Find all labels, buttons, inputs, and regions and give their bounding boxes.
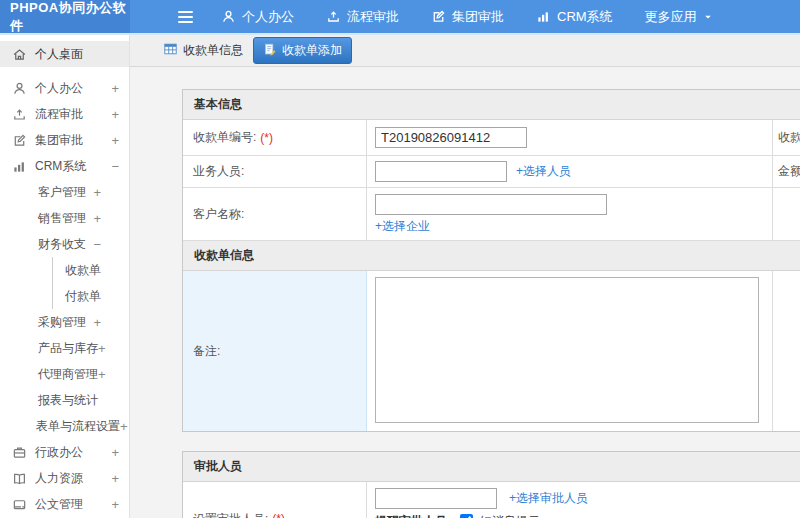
bar-chart-icon — [12, 159, 27, 174]
tab-label: 收款单信息 — [183, 42, 243, 59]
row-approver: 设置审批人员: (*) +选择审批人员 提醒审批人员: 短消息提示 — [183, 482, 800, 518]
briefcase-icon — [12, 445, 27, 460]
expand-icon[interactable]: + — [111, 81, 119, 96]
section-header-basic: 基本信息 — [183, 90, 800, 120]
expand-icon[interactable]: + — [111, 471, 119, 486]
tab-label: 收款单添加 — [282, 42, 342, 59]
select-approver-link[interactable]: +选择审批人员 — [509, 490, 588, 507]
sidebar-item-label: 财务收支 — [38, 236, 86, 253]
sidebar-item-label: 个人桌面 — [35, 46, 83, 63]
add-document-icon — [263, 43, 277, 59]
sidebar-item-finance[interactable]: 财务收支 − — [0, 231, 129, 257]
sidebar-item-label: 产品与库存 — [38, 340, 98, 357]
select-person-link[interactable]: +选择人员 — [516, 163, 571, 180]
sidebar-item-admin-office[interactable]: 行政办公 + — [0, 439, 129, 465]
topnav-label: CRM系统 — [557, 8, 613, 26]
sidebar-item-form-process-settings[interactable]: 表单与流程设置 + — [0, 413, 129, 439]
sidebar-item-product-inventory[interactable]: 产品与库存 + — [0, 335, 129, 361]
sidebar-item-customer-mgmt[interactable]: 客户管理 + — [0, 179, 129, 205]
topnav-label: 更多应用 — [645, 8, 697, 26]
row-receipt-no: 收款单编号: (*) 收款单日期: — [183, 120, 800, 156]
remark-textarea[interactable] — [375, 277, 759, 423]
topnav-label: 个人办公 — [242, 8, 294, 26]
process-icon — [12, 107, 27, 122]
expand-icon[interactable]: + — [111, 497, 119, 512]
receipt-date-label: 收款单日期: — [773, 120, 800, 155]
hamburger-menu-icon[interactable] — [178, 0, 193, 33]
expand-icon[interactable]: + — [111, 133, 119, 148]
salesperson-label: 业务人员: — [183, 156, 367, 187]
sms-remind-checkbox[interactable] — [460, 514, 473, 518]
sidebar-item-process-approval[interactable]: 流程审批 + — [0, 101, 129, 127]
process-icon — [326, 9, 341, 24]
collapse-icon[interactable]: − — [111, 159, 119, 174]
remark-cell — [367, 271, 773, 431]
main-content: 收款单信息 收款单添加 基本信息 收款单编号: (*) — [130, 35, 800, 518]
sidebar-item-human-resources[interactable]: 人力资源 + — [0, 465, 129, 491]
expand-icon[interactable]: + — [111, 107, 119, 122]
topnav-more-apps[interactable]: 更多应用 — [645, 8, 713, 26]
sidebar-item-label: 客户管理 — [38, 184, 86, 201]
sidebar-item-payment[interactable]: 付款单 — [52, 283, 129, 309]
sidebar-item-personal-office[interactable]: 个人办公 + — [0, 75, 129, 101]
sidebar-item-label: 采购管理 — [38, 314, 86, 331]
sidebar-item-label: CRM系统 — [35, 158, 86, 175]
sidebar-item-label: 集团审批 — [35, 132, 83, 149]
topnav-crm-system[interactable]: CRM系统 — [536, 8, 613, 26]
book-icon — [12, 471, 27, 486]
user-icon — [12, 81, 27, 96]
tab-receipt-add[interactable]: 收款单添加 — [253, 37, 352, 64]
sidebar-item-sales-mgmt[interactable]: 销售管理 + — [0, 205, 129, 231]
topnav-label: 集团审批 — [452, 8, 504, 26]
row-customer: 客户名称: +选择企业 — [183, 188, 800, 241]
tab-receipt-info[interactable]: 收款单信息 — [163, 42, 243, 59]
receipt-no-input[interactable] — [375, 127, 527, 148]
caret-down-icon — [703, 12, 713, 22]
approver-input[interactable] — [375, 488, 497, 509]
expand-icon[interactable]: + — [120, 419, 128, 434]
sidebar-item-purchase-mgmt[interactable]: 采购管理 + — [0, 309, 129, 335]
sidebar-item-crm-system[interactable]: CRM系统 − — [0, 153, 129, 179]
form-table-basic: 基本信息 收款单编号: (*) 收款单日期: 业务人员: +选择人员 — [182, 89, 800, 432]
topnav-personal-office[interactable]: 个人办公 — [221, 8, 294, 26]
sidebar-item-receipt[interactable]: 收款单 — [52, 257, 129, 283]
topnav-label: 流程审批 — [347, 8, 399, 26]
customer-cell: +选择企业 — [367, 188, 773, 240]
sidebar-item-group-approval[interactable]: 集团审批 + — [0, 127, 129, 153]
expand-icon[interactable]: + — [93, 185, 101, 200]
topnav-group-approval[interactable]: 集团审批 — [431, 8, 504, 26]
sidebar-item-label: 销售管理 — [38, 210, 86, 227]
sidebar-item-document-mgmt[interactable]: 公文管理 + — [0, 491, 129, 517]
sidebar-item-label: 代理商管理 — [38, 366, 98, 383]
sidebar: 个人桌面 个人办公 + 流程审批 + 集团审批 + CRM系统 − 客户管理 +… — [0, 35, 130, 518]
sidebar-item-personal-desktop[interactable]: 个人桌面 — [0, 41, 129, 67]
expand-icon[interactable]: + — [93, 211, 101, 226]
sidebar-item-label: 收款单 — [65, 262, 101, 279]
sms-remind-label: 短消息提示 — [480, 514, 540, 518]
top-bar: PHPOA协同办公软件 个人办公 流程审批 集团审批 CRM系统 — [0, 0, 800, 35]
sidebar-item-agent-mgmt[interactable]: 代理商管理 + — [0, 361, 129, 387]
sidebar-item-label: 个人办公 — [35, 80, 83, 97]
remind-approver-label: 提醒审批人员: — [375, 514, 451, 518]
sidebar-item-reports-stats[interactable]: 报表与统计 — [0, 387, 129, 413]
sidebar-item-label: 行政办公 — [35, 444, 83, 461]
sidebar-item-label: 报表与统计 — [38, 392, 98, 409]
document-icon — [12, 497, 27, 512]
select-company-link[interactable]: +选择企业 — [375, 218, 430, 235]
receipt-form: 基本信息 收款单编号: (*) 收款单日期: 业务人员: +选择人员 — [130, 67, 800, 518]
expand-icon[interactable]: + — [111, 445, 119, 460]
top-nav: 个人办公 流程审批 集团审批 CRM系统 更多应用 — [221, 0, 713, 33]
topnav-process-approval[interactable]: 流程审批 — [326, 8, 399, 26]
salesperson-input[interactable] — [375, 161, 507, 182]
sidebar-item-label: 付款单 — [65, 288, 101, 305]
expand-icon[interactable]: + — [93, 315, 101, 330]
bar-chart-icon — [536, 9, 551, 24]
user-icon — [221, 9, 236, 24]
empty-cell — [773, 188, 800, 240]
required-marker: (*) — [260, 131, 273, 145]
expand-icon[interactable]: + — [98, 341, 106, 356]
receipt-no-cell — [367, 120, 773, 155]
collapse-icon[interactable]: − — [93, 237, 101, 252]
customer-input[interactable] — [375, 194, 607, 215]
expand-icon[interactable]: + — [98, 367, 106, 382]
